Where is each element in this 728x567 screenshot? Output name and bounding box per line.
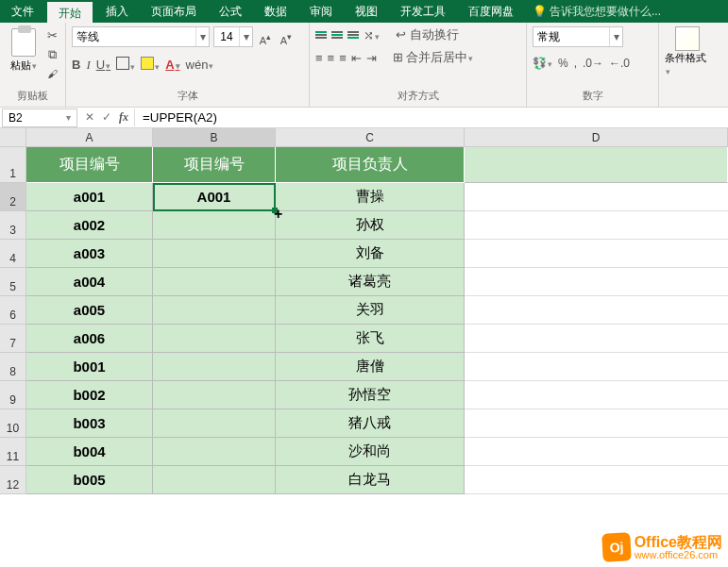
italic-button[interactable]: I <box>86 58 90 73</box>
row-header[interactable]: 8 <box>0 353 25 381</box>
cell[interactable]: a005 <box>26 296 153 325</box>
font-size-input[interactable] <box>214 27 239 46</box>
cut-icon[interactable] <box>44 28 59 43</box>
align-right-icon[interactable]: ≡ <box>339 51 347 65</box>
align-middle-icon[interactable] <box>331 31 343 39</box>
indent-increase-icon[interactable]: ⇥ <box>366 51 377 65</box>
border-button[interactable] <box>116 57 135 73</box>
cell[interactable] <box>153 438 276 466</box>
tab-baidu[interactable]: 百度网盘 <box>457 0 525 23</box>
name-box[interactable]: B2 ▾ <box>2 108 77 127</box>
cell[interactable] <box>153 325 276 353</box>
cell[interactable]: a003 <box>26 240 153 268</box>
cell[interactable]: a001 <box>26 183 153 211</box>
orientation-button[interactable]: ⤭ <box>364 28 380 42</box>
cell[interactable] <box>465 381 728 409</box>
cell[interactable] <box>465 296 728 325</box>
cell[interactable] <box>153 381 276 409</box>
cell[interactable] <box>153 353 276 381</box>
number-format-input[interactable] <box>533 27 609 46</box>
align-center-icon[interactable]: ≡ <box>328 51 335 65</box>
tab-layout[interactable]: 页面布局 <box>140 0 208 23</box>
header-cell[interactable]: 项目负责人 <box>276 147 465 183</box>
header-cell[interactable]: 项目编号 <box>153 147 276 183</box>
fill-color-button[interactable] <box>141 57 160 73</box>
row-header[interactable]: 12 <box>0 466 25 494</box>
cell[interactable] <box>465 268 728 296</box>
cell[interactable] <box>153 211 276 240</box>
cell[interactable]: 诸葛亮 <box>276 268 465 296</box>
row-header[interactable]: 5 <box>0 268 25 296</box>
row-header[interactable]: 4 <box>0 240 25 268</box>
wrap-text-button[interactable]: ↩ 自动换行 <box>396 26 459 43</box>
comma-button[interactable]: , <box>574 57 577 70</box>
accounting-format-button[interactable]: 💱 <box>533 57 552 70</box>
cell[interactable]: b001 <box>26 353 153 381</box>
formula-input[interactable] <box>134 108 728 126</box>
cell[interactable] <box>465 409 728 438</box>
enter-icon[interactable]: ✓ <box>102 110 111 125</box>
tab-data[interactable]: 数据 <box>253 0 298 23</box>
cell[interactable] <box>465 438 728 466</box>
cell[interactable]: a006 <box>26 325 153 353</box>
cell[interactable]: A001 <box>153 183 276 211</box>
fx-icon[interactable]: fx <box>119 110 128 125</box>
phonetic-button[interactable]: wén <box>186 58 214 72</box>
chevron-down-icon[interactable]: ▾ <box>195 27 209 46</box>
tab-formulas[interactable]: 公式 <box>208 0 253 23</box>
row-header[interactable]: 1 <box>0 147 25 183</box>
row-header[interactable]: 11 <box>0 438 25 466</box>
cell[interactable] <box>153 268 276 296</box>
cell[interactable] <box>465 325 728 353</box>
col-header-b[interactable]: B <box>153 128 276 146</box>
col-header-d[interactable]: D <box>465 128 728 146</box>
cell[interactable]: 刘备 <box>276 240 465 268</box>
tab-review[interactable]: 审阅 <box>298 0 344 23</box>
tab-view[interactable]: 视图 <box>344 0 389 23</box>
chevron-down-icon[interactable]: ▾ <box>609 27 622 46</box>
cell[interactable]: 关羽 <box>276 296 465 325</box>
indent-decrease-icon[interactable]: ⇤ <box>351 51 362 65</box>
merge-button[interactable]: ⊞ 合并后居中 <box>393 49 474 66</box>
cell[interactable]: 孙权 <box>276 211 465 240</box>
cell[interactable] <box>465 147 728 183</box>
font-name-input[interactable] <box>73 27 195 46</box>
cell[interactable]: 猪八戒 <box>276 409 465 438</box>
underline-button[interactable]: U <box>96 58 110 72</box>
cell[interactable]: 唐僧 <box>276 353 465 381</box>
conditional-formatting-button[interactable]: 条件格式 <box>665 26 710 76</box>
cell[interactable]: 曹操 <box>276 183 465 211</box>
align-bottom-icon[interactable] <box>347 31 359 39</box>
cell[interactable]: b005 <box>26 466 153 494</box>
cell[interactable]: 孙悟空 <box>276 381 465 409</box>
chevron-down-icon[interactable]: ▾ <box>66 112 71 123</box>
paste-button[interactable]: 粘贴 <box>6 26 41 73</box>
row-header[interactable]: 6 <box>0 296 25 325</box>
col-header-a[interactable]: A <box>26 128 153 146</box>
cell[interactable] <box>465 211 728 240</box>
cell[interactable] <box>465 183 728 211</box>
align-left-icon[interactable]: ≡ <box>315 51 323 65</box>
cell[interactable]: a002 <box>26 211 153 240</box>
bold-button[interactable]: B <box>72 58 80 72</box>
cell[interactable]: b003 <box>26 409 153 438</box>
cell[interactable]: 沙和尚 <box>276 438 465 466</box>
cell[interactable] <box>153 466 276 494</box>
row-header[interactable]: 10 <box>0 409 25 438</box>
increase-decimal-icon[interactable]: .0→ <box>583 57 603 70</box>
tab-home[interactable]: 开始 <box>45 0 94 23</box>
tell-me[interactable]: 💡 告诉我您想要做什么... <box>527 0 667 23</box>
cell[interactable]: b004 <box>26 438 153 466</box>
tab-developer[interactable]: 开发工具 <box>389 0 457 23</box>
header-cell[interactable]: 项目编号 <box>26 147 153 183</box>
cell[interactable] <box>153 296 276 325</box>
chevron-down-icon[interactable]: ▾ <box>239 27 252 46</box>
tab-insert[interactable]: 插入 <box>94 0 140 23</box>
cell[interactable]: 白龙马 <box>276 466 465 494</box>
decrease-decimal-icon[interactable]: ←.0 <box>609 57 630 70</box>
col-header-c[interactable]: C <box>276 128 465 146</box>
increase-font-icon[interactable]: A▴ <box>257 27 274 46</box>
row-header[interactable]: 2 <box>0 183 25 211</box>
cell[interactable] <box>465 240 728 268</box>
cell[interactable]: a004 <box>26 268 153 296</box>
